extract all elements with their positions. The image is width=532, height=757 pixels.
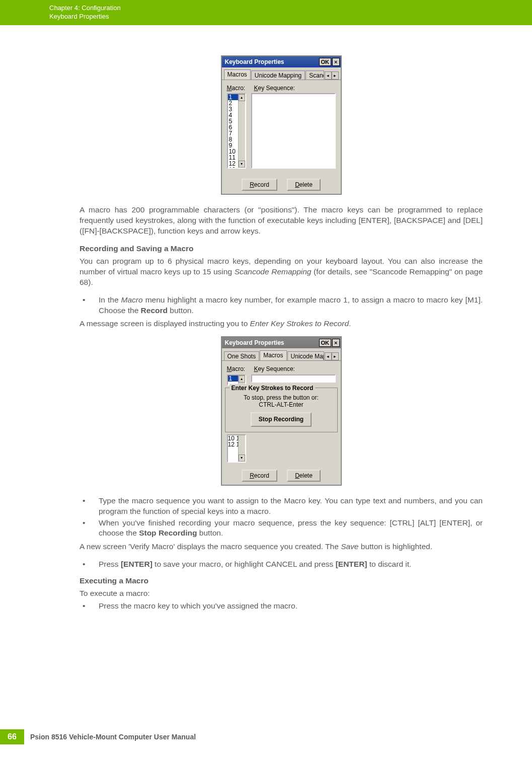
- tab-scroll-right-icon[interactable]: ▸: [332, 352, 339, 360]
- ok-button[interactable]: OK: [319, 339, 332, 347]
- body-paragraph: To execute a macro:: [80, 588, 483, 599]
- close-button[interactable]: ×: [332, 339, 339, 347]
- keyboard-properties-dialog-1: Keyboard Properties OK × Macros Unicode …: [221, 55, 342, 195]
- bullet-item: • Press the macro key to which you've as…: [80, 601, 483, 612]
- group-title: Enter Key Strokes to Record: [230, 384, 316, 392]
- titlebar-text: Keyboard Properties: [225, 58, 318, 66]
- macro-listbox-bottom[interactable]: 10 11 12 13 ▾: [227, 434, 246, 463]
- stop-recording-button[interactable]: Stop Recording: [251, 412, 312, 426]
- body-paragraph: A new screen 'Verify Macro' displays the…: [80, 542, 483, 552]
- macro-label: Macro:: [227, 365, 254, 373]
- tab-macros[interactable]: Macros: [224, 69, 251, 80]
- tab-scroll-left-icon[interactable]: ◂: [325, 352, 332, 360]
- key-sequence-box[interactable]: [251, 374, 336, 383]
- page-header: Chapter 4: Configuration Keyboard Proper…: [0, 0, 532, 25]
- delete-button[interactable]: Delete: [287, 470, 321, 482]
- body-paragraph: You can program up to 6 physical macro k…: [80, 256, 483, 288]
- scroll-down-icon[interactable]: ▾: [239, 161, 245, 168]
- body-paragraph: A macro has 200 programmable characters …: [80, 205, 483, 237]
- key-sequence-label: Key Sequence:: [254, 84, 295, 92]
- page-number: 66: [0, 729, 24, 744]
- record-button[interactable]: Record: [242, 179, 277, 191]
- tab-one-shots[interactable]: One Shots: [224, 351, 260, 360]
- record-group: Enter Key Strokes to Record To stop, pre…: [225, 388, 338, 432]
- section-heading: Executing a Macro: [80, 576, 483, 586]
- body-paragraph: A message screen is displayed instructin…: [80, 319, 483, 329]
- bullet-item: • Press [ENTER] to save your macro, or h…: [80, 559, 483, 570]
- tab-scroll-right-icon[interactable]: ▸: [332, 71, 339, 80]
- key-sequence-label: Key Sequence:: [254, 365, 295, 373]
- page-content: Keyboard Properties OK × Macros Unicode …: [0, 25, 532, 612]
- tab-unicode-mapping[interactable]: Unicode Mapping: [251, 70, 305, 80]
- titlebar: Keyboard Properties OK ×: [222, 337, 341, 348]
- section-heading: Recording and Saving a Macro: [80, 244, 483, 254]
- scroll-down-icon[interactable]: ▾: [239, 455, 245, 462]
- scroll-up-icon[interactable]: ▴: [239, 94, 245, 101]
- titlebar: Keyboard Properties OK ×: [222, 56, 341, 67]
- bullet-item: • When you've finished recording your ma…: [80, 518, 483, 539]
- key-sequence-box[interactable]: [251, 93, 336, 169]
- record-button[interactable]: Record: [242, 470, 277, 482]
- tab-strip: Macros Unicode Mapping Scanco ◂ ▸: [222, 67, 341, 80]
- header-chapter: Chapter 4: Configuration: [49, 4, 532, 13]
- tab-strip: One Shots Macros Unicode Mapp ◂ ▸: [222, 348, 341, 361]
- header-section: Keyboard Properties: [49, 13, 532, 21]
- ok-button[interactable]: OK: [319, 58, 332, 66]
- group-message: To stop, press the button or: CTRL-ALT-E…: [231, 394, 332, 409]
- delete-button[interactable]: Delete: [287, 179, 321, 191]
- tab-scroll-left-icon[interactable]: ◂: [325, 71, 332, 80]
- macro-listbox[interactable]: 1 2 3 4 5 6 7 8 9 10 11 12 13: [227, 93, 246, 169]
- tab-unicode-mapping[interactable]: Unicode Mapp: [287, 351, 324, 360]
- macro-label: Macro:: [227, 84, 254, 92]
- keyboard-properties-dialog-2: Keyboard Properties OK × One Shots Macro…: [221, 336, 342, 485]
- titlebar-text: Keyboard Properties: [225, 339, 318, 347]
- tab-scancode[interactable]: Scanco: [306, 70, 324, 80]
- bullet-item: • In the Macro menu highlight a macro ke…: [80, 295, 483, 316]
- tab-macros[interactable]: Macros: [260, 350, 286, 360]
- bullet-item: • Type the macro sequence you want to as…: [80, 496, 483, 517]
- close-button[interactable]: ×: [332, 58, 339, 66]
- footer-title: Psion 8516 Vehicle-Mount Computer User M…: [30, 733, 196, 741]
- page-footer: 66 Psion 8516 Vehicle-Mount Computer Use…: [0, 729, 532, 744]
- scroll-up-icon[interactable]: ▴: [239, 375, 245, 383]
